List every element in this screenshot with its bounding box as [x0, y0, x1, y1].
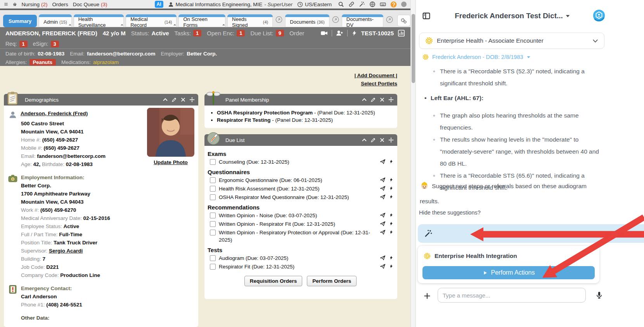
scrollbar-thumb[interactable]	[412, 14, 415, 83]
tab-settings-button[interactable]	[397, 15, 410, 26]
open-enc-badge[interactable]: 1	[237, 30, 245, 36]
patient-name-link[interactable]: Anderson, Frederick (Fred)	[21, 109, 88, 118]
perform-order-icon[interactable]	[389, 212, 393, 218]
microphone-icon[interactable]	[595, 290, 603, 300]
open-in-new-icon[interactable]	[332, 16, 339, 23]
encounter-selector[interactable]: Enterprise Health - Associate Encounter	[419, 33, 604, 49]
open-in-new-icon[interactable]	[386, 16, 393, 23]
assistant-logo[interactable]	[593, 9, 605, 22]
add-person-icon[interactable]	[336, 29, 343, 37]
conversation-title[interactable]: Frederick Anderson Test Dict...	[431, 12, 594, 20]
vertical-scrollbar[interactable]	[410, 0, 416, 327]
tasks-badge[interactable]: 1	[193, 30, 201, 36]
perform-actions-button[interactable]: Perform Actions	[422, 266, 595, 279]
panel-membership-header[interactable]: Panel Membership	[204, 94, 397, 106]
timezone[interactable]: US/Eastern	[297, 2, 332, 7]
perform-order-icon[interactable]	[389, 194, 393, 200]
open-enc-counter[interactable]: Open Enc:1	[207, 30, 245, 36]
send-order-icon[interactable]	[380, 221, 386, 227]
send-order-icon[interactable]	[380, 263, 386, 269]
close-icon[interactable]	[379, 137, 385, 143]
collapse-icon[interactable]	[362, 137, 367, 143]
esign-counter[interactable]: eSign:3	[33, 41, 59, 47]
tab-summary[interactable]: Summary	[3, 15, 37, 27]
add-attachment-icon[interactable]	[423, 292, 431, 300]
requisition-orders-button[interactable]: Requisition Orders	[244, 276, 303, 286]
perform-order-icon[interactable]	[389, 255, 393, 261]
panel-toggle-icon[interactable]	[422, 12, 431, 20]
ai-badge[interactable]: AI	[155, 1, 163, 8]
perform-order-icon[interactable]	[389, 221, 393, 227]
checkbox[interactable]	[210, 194, 216, 200]
suggestion-action-bar[interactable]	[418, 224, 644, 243]
move-icon[interactable]	[388, 97, 394, 102]
req-counter[interactable]: Req:1	[5, 41, 28, 47]
close-icon[interactable]	[180, 97, 186, 102]
tab-admin[interactable]: Admin(15)	[39, 14, 71, 27]
bolt-icon[interactable]	[351, 29, 357, 37]
suggested-prompt[interactable]: Suggest next steps or referrals based on…	[420, 178, 605, 209]
perform-order-icon[interactable]	[389, 185, 393, 191]
send-order-icon[interactable]	[380, 177, 386, 183]
globe-icon[interactable]	[369, 1, 376, 7]
send-order-icon[interactable]	[380, 255, 386, 261]
open-in-new-icon[interactable]	[275, 16, 282, 23]
perform-order-icon[interactable]	[389, 229, 393, 235]
tab-needs-signed[interactable]: Needs Signed(4)	[227, 14, 273, 27]
tab-health-surveillance[interactable]: Health Surveillance	[74, 14, 124, 27]
wand-icon[interactable]	[359, 1, 365, 7]
hide-suggestions-link[interactable]: Hide these suggestions?	[419, 209, 481, 216]
edit-icon[interactable]	[370, 97, 376, 102]
checkbox[interactable]	[210, 230, 216, 235]
current-user[interactable]: Medical Informatics Engineering, MIE - S…	[168, 2, 293, 7]
move-icon[interactable]	[388, 137, 394, 143]
select-portlets-link[interactable]: Select Portlets	[361, 81, 397, 87]
checkbox[interactable]	[210, 264, 216, 270]
allergy-badge[interactable]: Peanuts	[29, 59, 56, 66]
nav-orders[interactable]: Orders	[52, 2, 68, 7]
checkbox[interactable]	[210, 255, 216, 261]
req-badge[interactable]: 1	[19, 41, 28, 47]
checkbox[interactable]	[210, 221, 216, 227]
move-icon[interactable]	[189, 97, 195, 102]
patient-context-line[interactable]: Frederick Anderson - DOB: 2/8/1983	[422, 54, 531, 61]
demographics-header[interactable]: Demographics	[4, 94, 198, 106]
hamburger-menu-icon[interactable]	[4, 0, 8, 8]
search-icon[interactable]	[338, 1, 344, 7]
bar-chart-icon[interactable]	[398, 29, 405, 37]
tab-on-screen-forms[interactable]: On Screen Forms	[178, 14, 225, 27]
video-camera-icon[interactable]	[320, 29, 328, 37]
message-input[interactable]	[438, 288, 586, 303]
checkbox[interactable]	[210, 159, 216, 165]
keyboard-icon[interactable]	[380, 1, 386, 7]
update-photo-link[interactable]: Update Photo	[147, 158, 194, 166]
tab-medical-record[interactable]: Medical Record(14)	[126, 14, 177, 27]
nav-nursing[interactable]: Nursing(2)	[22, 2, 48, 7]
edit-icon[interactable]	[370, 137, 376, 143]
help-icon[interactable]	[390, 1, 397, 8]
collapse-icon[interactable]	[163, 97, 168, 102]
checkbox[interactable]	[210, 177, 216, 183]
close-icon[interactable]	[379, 97, 385, 102]
medication-value[interactable]: alprazolam	[93, 59, 119, 65]
send-order-icon[interactable]	[380, 194, 386, 200]
send-order-icon[interactable]	[380, 229, 386, 235]
tab-documents-dv[interactable]: Documents-DV	[342, 14, 383, 27]
order-link[interactable]: Order	[289, 30, 304, 36]
perform-order-icon[interactable]	[389, 263, 393, 269]
perform-orders-button[interactable]: Perform Orders	[307, 276, 357, 286]
add-document-link[interactable]: | Add Document |	[354, 73, 397, 78]
esign-badge[interactable]: 3	[51, 41, 59, 47]
perform-order-icon[interactable]	[389, 159, 393, 164]
send-order-icon[interactable]	[380, 159, 386, 164]
tasks-counter[interactable]: Tasks:1	[175, 30, 202, 36]
edit-icon[interactable]	[171, 97, 177, 102]
due-list-header[interactable]: Due List	[204, 134, 397, 146]
send-order-icon[interactable]	[380, 185, 386, 191]
due-list-counter[interactable]: Due List:9	[250, 30, 284, 36]
perform-order-icon[interactable]	[389, 177, 393, 183]
nav-doc-queue[interactable]: Doc Queue(3)	[73, 2, 107, 7]
send-order-icon[interactable]	[380, 212, 386, 218]
home-icon[interactable]	[13, 1, 17, 8]
checkbox[interactable]	[210, 213, 216, 218]
